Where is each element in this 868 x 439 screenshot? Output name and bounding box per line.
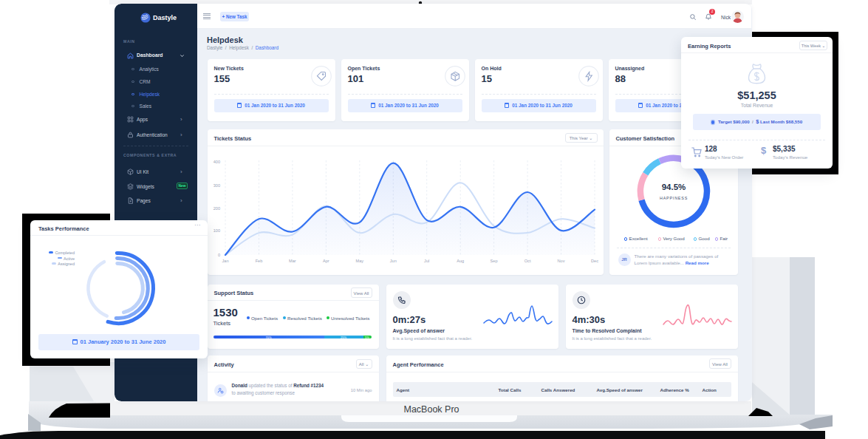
svg-text:Dec: Dec xyxy=(591,259,598,263)
svg-text:Jun: Jun xyxy=(389,259,396,263)
svg-text:HAPPINESS: HAPPINESS xyxy=(659,196,687,200)
svg-text:Aug: Aug xyxy=(457,259,464,263)
svg-text:100: 100 xyxy=(213,228,219,233)
svg-text:0: 0 xyxy=(217,253,219,257)
svg-text:Sep: Sep xyxy=(490,259,497,263)
svg-text:300: 300 xyxy=(213,183,219,188)
svg-text:200: 200 xyxy=(213,206,219,211)
svg-text:Jul: Jul xyxy=(424,259,429,263)
svg-text:MacBook Pro: MacBook Pro xyxy=(403,404,459,415)
svg-text:Feb: Feb xyxy=(255,259,262,263)
svg-text:Nov: Nov xyxy=(557,259,564,263)
svg-text:94.5%: 94.5% xyxy=(661,183,686,191)
svg-text:400: 400 xyxy=(213,160,219,164)
svg-text:Apr: Apr xyxy=(323,259,329,263)
svg-text:Mar: Mar xyxy=(289,259,296,263)
svg-text:May: May xyxy=(355,259,363,263)
svg-text:Oct: Oct xyxy=(524,259,530,263)
svg-text:Jan: Jan xyxy=(222,259,228,263)
